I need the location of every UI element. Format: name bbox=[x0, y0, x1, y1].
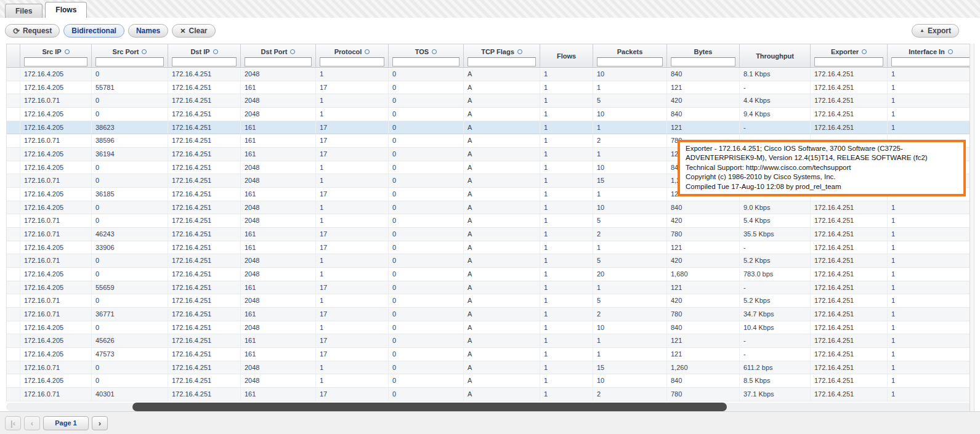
table-row[interactable]: 172.16.4.2050172.16.4.251204810A11084010… bbox=[7, 321, 974, 335]
cell-interface-in: 1 bbox=[888, 121, 974, 134]
cell-tcp-flags: A bbox=[464, 308, 540, 321]
toolbar: ⟳ Request Bidirectional Names ✕ Clear ▲ … bbox=[0, 18, 980, 44]
filter-input-protocol[interactable] bbox=[320, 57, 384, 66]
filter-circle-icon[interactable] bbox=[213, 49, 218, 54]
table-row[interactable]: 172.16.4.20533906172.16.4.251161170A1112… bbox=[7, 241, 974, 255]
table-row[interactable]: 172.16.4.20555781172.16.4.251161170A1112… bbox=[7, 81, 974, 95]
column-header-dst-ip[interactable]: Dst IP bbox=[168, 44, 241, 67]
table-row[interactable]: 172.16.4.2050172.16.4.251204810A1108408.… bbox=[7, 374, 974, 388]
column-header-protocol[interactable]: Protocol bbox=[316, 44, 389, 67]
cell-packets: 2 bbox=[593, 228, 667, 241]
filter-input-src-ip[interactable] bbox=[24, 57, 87, 66]
filter-input-interface-in[interactable] bbox=[891, 57, 970, 66]
cell-src-ip: 172.16.0.71 bbox=[20, 388, 92, 401]
table-row[interactable]: 172.16.0.710172.16.4.251204810A1151,2606… bbox=[7, 361, 974, 375]
filter-input-tcp-flags[interactable] bbox=[468, 57, 536, 66]
cell-src-ip: 172.16.0.71 bbox=[20, 214, 92, 227]
table-row[interactable]: 172.16.0.7146243172.16.4.251161170A12780… bbox=[7, 228, 974, 241]
cell-throughput: 10.4 Kbps bbox=[740, 321, 811, 334]
cell-tos: 0 bbox=[389, 134, 464, 147]
table-row[interactable]: 172.16.4.2050172.16.4.251204810A1201,680… bbox=[7, 268, 974, 281]
table-row[interactable]: 172.16.0.7136771172.16.4.251161170A12780… bbox=[7, 308, 974, 321]
cell-dst-port: 161 bbox=[241, 188, 316, 201]
tab-files[interactable]: Files bbox=[5, 4, 43, 18]
filter-circle-icon[interactable] bbox=[862, 49, 867, 54]
filter-input-dst-ip[interactable] bbox=[172, 57, 237, 66]
filter-input-exporter[interactable] bbox=[814, 57, 883, 66]
cell-tos: 0 bbox=[389, 388, 464, 401]
cell-throughput: 35.5 Kbps bbox=[740, 228, 811, 241]
first-page-button[interactable]: |‹ bbox=[5, 416, 21, 430]
cell-flows: 1 bbox=[540, 321, 593, 334]
filter-circle-icon[interactable] bbox=[65, 49, 70, 54]
table-row[interactable]: 172.16.0.710172.16.4.251204810A154205.4 … bbox=[7, 214, 974, 228]
column-header-src-port[interactable]: Src Port bbox=[92, 44, 168, 67]
bidirectional-button[interactable]: Bidirectional bbox=[63, 24, 124, 38]
filter-circle-icon[interactable] bbox=[365, 49, 370, 54]
filter-input-packets[interactable] bbox=[597, 57, 663, 66]
cell-dst-ip: 172.16.4.251 bbox=[168, 94, 241, 107]
table-row[interactable]: 172.16.4.20547573172.16.4.251161170A1112… bbox=[7, 348, 974, 361]
filter-input-dst-port[interactable] bbox=[245, 57, 312, 66]
column-header-tos[interactable]: TOS bbox=[389, 44, 464, 67]
cell-tos: 0 bbox=[389, 294, 464, 307]
horizontal-scrollbar-thumb[interactable] bbox=[132, 403, 727, 411]
vertical-scrollbar-track[interactable] bbox=[970, 44, 974, 411]
cell-packets: 10 bbox=[593, 68, 667, 81]
cell-packets: 10 bbox=[593, 108, 667, 121]
filter-input-tos[interactable] bbox=[392, 57, 460, 66]
cell-exporter: 172.16.4.251 bbox=[811, 121, 888, 134]
cell-interface-in: 1 bbox=[888, 374, 974, 387]
tab-flows[interactable]: Flows bbox=[45, 2, 87, 18]
filter-circle-icon[interactable] bbox=[432, 49, 437, 54]
cell-exporter: 172.16.4.251 bbox=[811, 108, 888, 121]
row-gutter-cell bbox=[7, 294, 20, 307]
column-header-throughput[interactable]: Throughput bbox=[740, 44, 811, 67]
cell-dst-ip: 172.16.4.251 bbox=[168, 334, 241, 347]
filter-input-bytes[interactable] bbox=[671, 57, 735, 66]
cell-flows: 1 bbox=[540, 228, 593, 241]
column-header-exporter[interactable]: Exporter bbox=[811, 44, 888, 67]
column-header-dst-port[interactable]: Dst Port bbox=[241, 44, 316, 67]
filter-circle-icon[interactable] bbox=[948, 49, 953, 54]
table-row[interactable]: 172.16.4.20538623172.16.4.251161170A1112… bbox=[7, 121, 974, 135]
request-button[interactable]: ⟳ Request bbox=[5, 24, 60, 38]
prev-page-button[interactable]: ‹ bbox=[24, 416, 40, 430]
tooltip-line: Compiled Tue 17-Aug-10 12:08 by prod_rel… bbox=[686, 182, 958, 191]
cell-src-port: 45626 bbox=[92, 334, 168, 347]
table-row[interactable]: 172.16.4.20545626172.16.4.251161170A1112… bbox=[7, 334, 974, 348]
column-header-tcp-flags[interactable]: TCP Flags bbox=[464, 44, 540, 67]
table-row[interactable]: 172.16.4.2050172.16.4.251204810A1108409.… bbox=[7, 108, 974, 121]
column-header-packets[interactable]: Packets bbox=[593, 44, 667, 67]
column-header-src-ip[interactable]: Src IP bbox=[20, 44, 92, 67]
clear-button[interactable]: ✕ Clear bbox=[172, 24, 215, 38]
filter-circle-icon[interactable] bbox=[517, 49, 522, 54]
page-indicator-button[interactable]: Page 1 bbox=[43, 416, 89, 430]
table-row[interactable]: 172.16.0.710172.16.4.251204810A154205.2 … bbox=[7, 254, 974, 268]
row-gutter-cell bbox=[7, 308, 20, 321]
names-button[interactable]: Names bbox=[128, 24, 168, 38]
table-row[interactable]: 172.16.0.7140301172.16.4.251161170A12780… bbox=[7, 388, 974, 401]
table-row[interactable]: 172.16.4.2050172.16.4.251204810A1108408.… bbox=[7, 68, 974, 81]
filter-circle-icon[interactable] bbox=[290, 49, 295, 54]
column-header-interface-in[interactable]: Interface In bbox=[888, 44, 974, 67]
column-label: TOS bbox=[389, 46, 463, 57]
cell-dst-port: 161 bbox=[241, 228, 316, 241]
table-row[interactable]: 172.16.0.710172.16.4.251204810A154204.4 … bbox=[7, 94, 974, 108]
cell-tcp-flags: A bbox=[464, 281, 540, 294]
horizontal-scrollbar-track[interactable] bbox=[6, 403, 974, 411]
export-button[interactable]: ▲ Export bbox=[912, 24, 959, 38]
cell-tos: 0 bbox=[389, 254, 464, 267]
filter-circle-icon[interactable] bbox=[142, 49, 147, 54]
column-label: Interface In bbox=[888, 46, 974, 57]
cell-tos: 0 bbox=[389, 161, 464, 174]
table-row[interactable]: 172.16.0.710172.16.4.251204810A154205.2 … bbox=[7, 294, 974, 308]
cell-dst-ip: 172.16.4.251 bbox=[168, 321, 241, 334]
filter-input-src-port[interactable] bbox=[95, 57, 164, 66]
column-header-bytes[interactable]: Bytes bbox=[667, 44, 740, 67]
table-row[interactable]: 172.16.4.2050172.16.4.251204810A1108409.… bbox=[7, 201, 974, 215]
next-page-button[interactable]: › bbox=[92, 416, 108, 430]
table-row[interactable]: 172.16.4.20555659172.16.4.251161170A1112… bbox=[7, 281, 974, 295]
column-header-flows[interactable]: Flows bbox=[540, 44, 593, 67]
cell-throughput: - bbox=[740, 121, 811, 134]
